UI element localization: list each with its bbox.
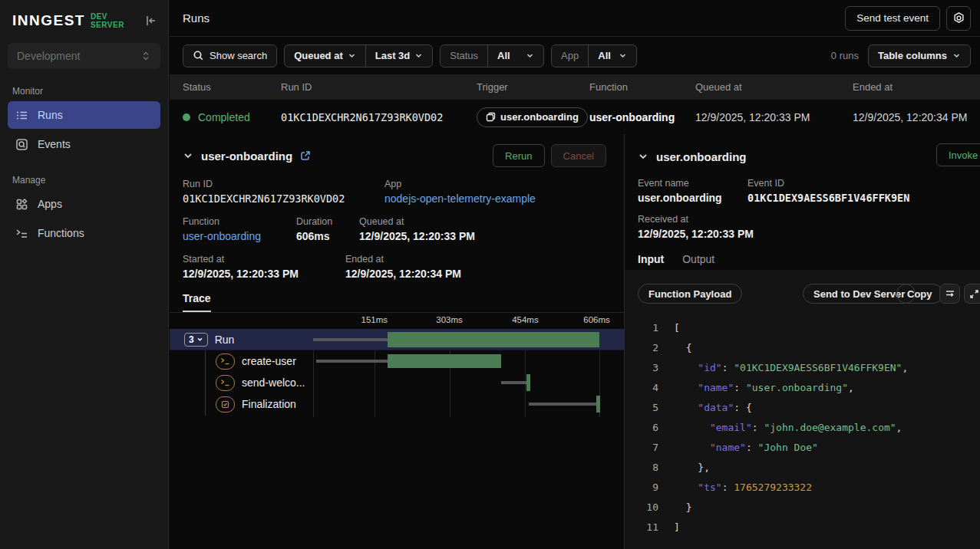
trace-span-bar[interactable] (596, 396, 600, 413)
code-line: 5 "data": { (625, 397, 980, 417)
rerun-button[interactable]: Rerun (493, 144, 544, 167)
run-detail-panel: user-onboarding Rerun Cancel Run ID 01KC… (170, 134, 625, 549)
time-range-dropdown[interactable]: Last 3d (366, 45, 433, 67)
column-header-queued-at: Queued at (682, 81, 840, 93)
sidebar-item-runs[interactable]: Runs (8, 101, 160, 129)
column-header-status: Status (170, 81, 268, 93)
topbar: Runs Send test event (170, 0, 980, 37)
code-line: 10 } (625, 497, 980, 517)
started-at-value: 12/9/2025, 12:20:33 PM (183, 268, 345, 280)
function-link[interactable]: user-onboarding (183, 230, 296, 242)
line-number: 7 (625, 442, 658, 453)
terminal-step-icon (216, 375, 235, 391)
runs-list-icon (15, 109, 28, 122)
expand-button[interactable] (964, 284, 980, 304)
code-line: 3 "id": "01KC1DEX9AESS6BF1V46FFK9EN", (625, 357, 980, 377)
started-at-label: Started at (183, 254, 345, 265)
code-line: 11] (625, 517, 980, 537)
sidebar-item-apps[interactable]: Apps (8, 190, 160, 218)
status-filter-label: Status (441, 45, 487, 67)
word-wrap-icon (945, 288, 955, 299)
terminal-step-icon (216, 353, 235, 370)
line-number: 3 (625, 362, 658, 373)
run-id-label: Run ID (183, 179, 384, 189)
sidebar-collapse-icon[interactable] (144, 14, 157, 28)
tab-trace[interactable]: Trace (183, 292, 211, 312)
trace-span-bar[interactable] (388, 332, 599, 347)
status-filter-group: Status All (440, 44, 544, 67)
sidebar-item-label: Functions (38, 227, 84, 239)
axis-tick-label: 454ms (512, 315, 539, 324)
show-search-button[interactable]: Show search (183, 44, 277, 67)
run-panel-title: user-onboarding (201, 150, 292, 163)
line-number: 6 (625, 422, 658, 433)
payload-section: Function Payload Send to Dev Server Copy… (625, 270, 980, 549)
expand-children-badge[interactable]: 3 (184, 333, 208, 347)
table-row[interactable]: Completed 01KC1DEXCHR2N617Z93RK0VD02 use… (170, 100, 980, 134)
queued-at-cell: 12/9/2025, 12:20:33 PM (682, 111, 840, 123)
event-id-label: Event ID (747, 178, 909, 189)
chevron-down-icon (952, 51, 961, 60)
main-area: Runs Send test event Show search Queued … (170, 0, 980, 549)
expand-icon (969, 289, 979, 299)
chevron-down-icon (196, 336, 203, 343)
environment-select-value: Development (17, 50, 81, 62)
code-line: 7 "name": "John Doe" (625, 437, 980, 457)
trigger-pill[interactable]: user.onboarding (477, 107, 588, 127)
json-payload-editor[interactable]: 1[2 {3 "id": "01KC1DEX9AESS6BF1V46FFK9EN… (625, 317, 980, 537)
send-test-event-button[interactable]: Send test event (845, 6, 940, 31)
app-filter-group: App All (551, 44, 637, 67)
sidebar-item-functions[interactable]: Functions (8, 219, 160, 247)
time-filter-group: Queued at Last 3d (284, 44, 433, 67)
trace-row-run[interactable]: 3 Run (170, 329, 624, 350)
line-number: 10 (625, 501, 658, 513)
trace-time-axis: 151ms303ms454ms606ms (313, 313, 599, 329)
copy-button[interactable]: Copy (896, 284, 943, 304)
chevron-down-icon (526, 51, 534, 60)
gear-icon (952, 12, 965, 25)
line-number: 5 (625, 402, 658, 413)
cancel-button[interactable]: Cancel (551, 144, 606, 167)
table-columns-button[interactable]: Table columns (868, 44, 971, 67)
event-name-label: Event name (638, 178, 747, 189)
invoke-button[interactable]: Invoke (936, 143, 980, 166)
received-at-value: 12/9/2025, 12:20:33 PM (638, 228, 754, 240)
code-line: 9 "ts": 1765279233322 (625, 477, 980, 497)
queued-at-label: Queued at (359, 216, 475, 227)
settings-button[interactable] (946, 6, 971, 31)
app-filter-dropdown[interactable]: All (589, 45, 636, 67)
page-title: Runs (183, 12, 210, 25)
ended-at-cell: 12/9/2025, 12:20:34 PM (840, 111, 980, 123)
queued-at-dropdown[interactable]: Queued at (285, 45, 365, 67)
trace-row-finalization[interactable]: Finalization (170, 393, 624, 415)
trace-row-create-user[interactable]: create-user (170, 350, 624, 372)
word-wrap-button[interactable] (939, 284, 960, 304)
run-id-cell: 01KC1DEXCHR2N617Z93RK0VD02 (268, 111, 464, 123)
ended-at-label: Ended at (345, 254, 461, 265)
collapse-event-chevron-icon[interactable] (638, 151, 648, 162)
external-link-icon[interactable] (300, 150, 311, 161)
trace-span-bar[interactable] (388, 354, 501, 368)
sidebar-item-label: Runs (38, 109, 63, 121)
environment-select[interactable]: Development (8, 43, 160, 69)
trace-span-bar[interactable] (526, 374, 530, 391)
sidebar-item-label: Events (38, 138, 71, 150)
duration-label: Duration (296, 216, 359, 227)
status-badge: Completed (198, 111, 250, 123)
chevron-down-icon (619, 51, 627, 60)
runs-count: 0 runs (831, 50, 859, 61)
code-line: 2 { (625, 337, 980, 357)
inngest-logo: INNGEST (12, 12, 85, 29)
function-payload-pill[interactable]: Function Payload (638, 284, 742, 304)
status-dot-completed (183, 113, 190, 121)
sidebar-item-events[interactable]: Events (8, 130, 160, 158)
app-link[interactable]: nodejs-open-telemetry-example (384, 192, 536, 205)
trace-row-send-welcome[interactable]: send-welco... (170, 372, 624, 393)
finalization-check-icon (216, 396, 235, 413)
column-header-ended-at: Ended at (840, 81, 980, 93)
axis-tick-label: 151ms (361, 315, 388, 324)
status-filter-dropdown[interactable]: All (488, 45, 543, 67)
code-line: 8 }, (625, 457, 980, 477)
collapse-run-chevron-icon[interactable] (183, 150, 193, 161)
apps-grid-icon (15, 198, 28, 211)
